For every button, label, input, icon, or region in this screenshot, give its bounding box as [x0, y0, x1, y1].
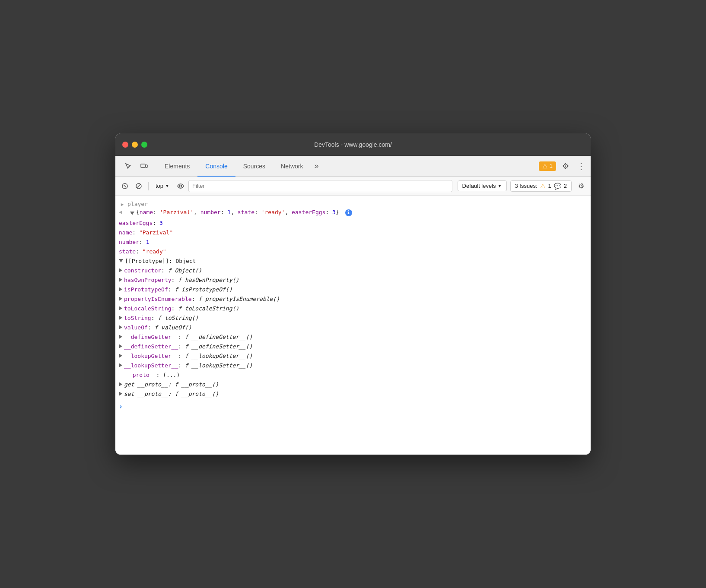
titlebar: DevTools - www.google.com/ [115, 133, 591, 156]
proto-valueof: valueOf: f valueOf() [115, 322, 591, 332]
player-label: player [127, 201, 148, 207]
svg-line-3 [124, 185, 126, 187]
expand-lookupsetter-icon[interactable] [119, 363, 122, 367]
tab-network[interactable]: Network [273, 156, 311, 177]
live-expressions-button[interactable] [175, 180, 187, 192]
more-options-button[interactable]: ⋮ [575, 160, 587, 172]
expand-definegetter-icon[interactable] [119, 335, 122, 339]
proto-definegetter: __defineGetter__: f __defineGetter__() [115, 332, 591, 341]
maximize-button[interactable] [141, 142, 147, 148]
chevron-down-icon: ▼ [165, 183, 169, 188]
tab-elements[interactable]: Elements [157, 156, 197, 177]
console-toolbar: top ▼ Default levels ▼ 3 Issues: ⚠ 1 💬 2… [115, 177, 591, 196]
expand-hasownproperty-icon[interactable] [119, 278, 122, 282]
expand-isprototypeof-icon[interactable] [119, 287, 122, 291]
expand-definesetter-icon[interactable] [119, 344, 122, 348]
devtools-settings-button[interactable]: ⚙ [560, 160, 572, 172]
proto-hasownproperty: hasOwnProperty: f hasOwnProperty() [115, 275, 591, 285]
svg-rect-0 [141, 164, 145, 168]
expand-propertyisenumerable-icon[interactable] [119, 297, 122, 301]
info-small-icon: 💬 [554, 183, 561, 190]
set-proto: set __proto__: f __proto__() [115, 389, 591, 398]
tab-console[interactable]: Console [197, 156, 235, 177]
prop-state: state: "ready" [115, 247, 591, 256]
console-content: ▶ player ◀ {name: 'Parzival', number: 1,… [115, 196, 591, 455]
traffic-lights [122, 142, 147, 148]
devtools-window: DevTools - www.google.com/ Elements Cons… [115, 133, 591, 455]
clear-console-button[interactable] [119, 180, 131, 192]
filter-input[interactable] [188, 180, 452, 192]
expand-tolocalestring-icon[interactable] [119, 306, 122, 310]
separator [148, 182, 149, 190]
close-button[interactable] [122, 142, 128, 148]
tab-icons [119, 160, 153, 172]
proto-propertyisenumerable: propertyIsEnumerable: f propertyIsEnumer… [115, 294, 591, 303]
issues-count-button[interactable]: 3 Issues: ⚠ 1 💬 2 [510, 180, 572, 192]
prompt-caret: › [119, 403, 123, 411]
expand-player-arrow[interactable]: ▶ [119, 200, 126, 207]
get-proto: get __proto__: f __proto__() [115, 379, 591, 389]
prop-number: number: 1 [115, 237, 591, 247]
prop-easterEggs: easterEggs: 3 [115, 218, 591, 228]
proto-tolocalestring: toLocaleString: f toLocaleString() [115, 303, 591, 313]
console-settings-button[interactable]: ⚙ [575, 180, 587, 192]
object-summary-row: ◀ {name: 'Parzival', number: 1, state: '… [115, 209, 591, 218]
expand-lookupgetter-icon[interactable] [119, 354, 122, 358]
window-title: DevTools - www.google.com/ [314, 141, 392, 148]
expand-set-proto-icon[interactable] [119, 392, 122, 396]
log-levels-button[interactable]: Default levels ▼ [458, 180, 507, 191]
expand-tostring-icon[interactable] [119, 316, 122, 320]
proto-constructor: constructor: f Object() [115, 266, 591, 275]
expand-get-proto-icon[interactable] [119, 382, 122, 386]
back-arrow-icon: ◀ [119, 209, 127, 215]
prototype-row: [[Prototype]]: Object [115, 256, 591, 266]
issues-badge[interactable]: ⚠ 1 [539, 161, 556, 171]
proto-proto: __proto__: (...) [115, 370, 591, 379]
svg-line-5 [137, 184, 141, 188]
proto-isprototypeof: isPrototypeOf: f isPrototypeOf() [115, 285, 591, 294]
block-icon[interactable] [133, 180, 145, 192]
expand-valueof-icon[interactable] [119, 325, 122, 329]
object-summary-text: {name: 'Parzival', number: 1, state: 're… [136, 209, 352, 216]
expand-constructor-icon[interactable] [119, 268, 122, 272]
tab-right-actions: ⚠ 1 ⚙ ⋮ [539, 160, 587, 172]
prop-name: name: "Parzival" [115, 228, 591, 237]
select-element-icon[interactable] [122, 160, 134, 172]
tabbar: Elements Console Sources Network » ⚠ 1 ⚙… [115, 156, 591, 177]
proto-definesetter: __defineSetter__: f __defineSetter__() [115, 341, 591, 351]
svg-rect-1 [146, 165, 147, 168]
proto-lookupsetter: __lookupSetter__: f __lookupSetter__() [115, 360, 591, 370]
warning-small-icon: ⚠ [540, 183, 546, 190]
chevron-down-icon: ▼ [498, 183, 502, 188]
context-selector[interactable]: top ▼ [152, 181, 173, 191]
console-prompt-row[interactable]: › [115, 402, 591, 411]
proto-tostring: toString: f toString() [115, 313, 591, 322]
svg-point-6 [179, 185, 181, 187]
device-toggle-icon[interactable] [138, 160, 150, 172]
minimize-button[interactable] [132, 142, 138, 148]
proto-lookupgetter: __lookupGetter__: f __lookupGetter__() [115, 351, 591, 360]
object-info-icon[interactable]: i [345, 209, 352, 216]
warning-icon: ⚠ [542, 163, 548, 170]
tab-sources[interactable]: Sources [235, 156, 273, 177]
player-row: ▶ player [115, 199, 591, 209]
more-tabs-button[interactable]: » [311, 161, 322, 171]
collapse-object-button[interactable] [130, 212, 134, 215]
collapse-prototype-button[interactable] [119, 259, 123, 262]
